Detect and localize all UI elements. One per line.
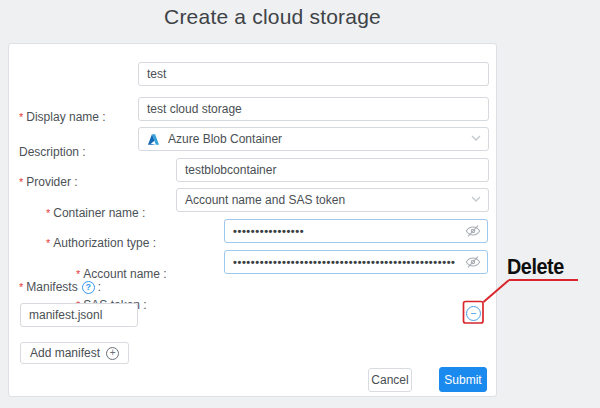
chevron-down-icon (471, 133, 479, 141)
description-label: Description : (19, 145, 86, 159)
page-title: Create a cloud storage (0, 5, 545, 29)
required-asterisk: * (76, 267, 80, 281)
eye-invisible-icon[interactable] (465, 223, 481, 239)
authorization-type-label: * Authorization type : (46, 236, 156, 250)
required-asterisk: * (19, 175, 23, 189)
cancel-button[interactable]: Cancel (368, 368, 412, 392)
description-input[interactable]: test cloud storage (138, 97, 489, 121)
minus-circle-icon[interactable]: − (466, 306, 481, 321)
cloud-storage-form: * Display name : test Description : test… (8, 43, 497, 397)
account-name-label: * Account name : (76, 267, 167, 281)
account-name-input[interactable]: •••••••••••••••• (224, 219, 488, 243)
description-value: test cloud storage (147, 102, 242, 116)
manifests-label: * Manifests ? : (19, 280, 101, 294)
manifest-input[interactable]: manifest.jsonl (20, 303, 138, 327)
chevron-down-icon (471, 194, 479, 202)
manifest-value: manifest.jsonl (29, 308, 102, 322)
provider-value: Azure Blob Container (168, 132, 282, 146)
delete-annotation-label: Delete (507, 254, 564, 280)
eye-invisible-icon[interactable] (465, 254, 481, 270)
sas-token-masked-value: ••••••••••••••••••••••••••••••••••••••••… (233, 250, 456, 274)
required-asterisk: * (46, 236, 50, 250)
display-name-input[interactable]: test (138, 62, 489, 86)
submit-button[interactable]: Submit (439, 367, 487, 392)
authorization-type-select[interactable]: Account name and SAS token (176, 188, 489, 212)
required-asterisk: * (46, 206, 50, 220)
display-name-value: test (147, 67, 166, 81)
authorization-type-value: Account name and SAS token (185, 193, 345, 207)
azure-icon (147, 133, 160, 146)
sas-token-input[interactable]: ••••••••••••••••••••••••••••••••••••••••… (224, 250, 488, 274)
add-manifest-button[interactable]: Add manifest + (20, 342, 129, 364)
display-name-label: * Display name : (19, 110, 106, 124)
container-name-value: testblobcontainer (185, 163, 276, 177)
question-circle-icon[interactable]: ? (82, 281, 95, 294)
create-cloud-storage-page: Create a cloud storage * Display name : … (0, 0, 600, 408)
required-asterisk: * (19, 280, 23, 294)
required-asterisk: * (19, 110, 23, 124)
plus-circle-icon: + (106, 347, 119, 360)
container-name-label: * Container name : (46, 206, 145, 220)
provider-select[interactable]: Azure Blob Container (138, 127, 489, 151)
container-name-input[interactable]: testblobcontainer (176, 158, 489, 182)
account-name-masked-value: •••••••••••••••• (233, 219, 304, 243)
provider-label: * Provider : (19, 175, 78, 189)
